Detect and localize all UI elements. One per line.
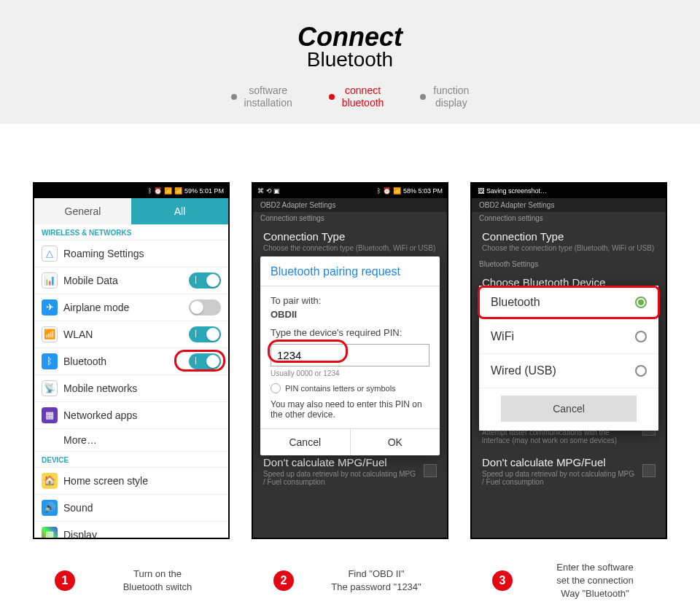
bluetooth-icon: ᛒ: [148, 187, 152, 195]
connection-settings-label: Connection settings: [253, 212, 447, 224]
row-mobile-data[interactable]: 📊 Mobile Data: [34, 267, 228, 294]
image-icon: 🖼: [478, 187, 484, 195]
radio-icon: [635, 331, 647, 342]
bluetooth-icon: ᛒ: [377, 187, 381, 195]
bluetooth-settings-label: Bluetooth Settings: [472, 258, 666, 270]
nav-connect-bluetooth[interactable]: connectbluetooth: [329, 85, 384, 109]
page-title-sub: Bluetooth: [0, 48, 700, 71]
mpg-card[interactable]: Don't calculate MPG/Fuel Speed up data r…: [253, 450, 447, 492]
row-sound[interactable]: 🔊 Sound: [34, 495, 228, 522]
row-display[interactable]: ▦ Display: [34, 522, 228, 539]
type-pin-label: Type the device's required PIN:: [271, 327, 429, 338]
pin-input[interactable]: [271, 344, 429, 366]
wifi-icon: 📶: [42, 326, 58, 342]
roaming-icon: △: [42, 246, 58, 262]
pair-device-name: OBDII: [271, 309, 429, 320]
status-bar: ⌘ ⟲ ▣ ᛒ ⏰ 📶 58% 5:03 PM: [253, 184, 447, 198]
pin-note: You may also need to enter this PIN on t…: [271, 399, 429, 420]
connection-type-card[interactable]: Connection Type Choose the connection ty…: [253, 224, 447, 258]
mpg-card[interactable]: Don't calculate MPG/Fuel Speed up data r…: [472, 450, 666, 492]
tab-all[interactable]: All: [131, 198, 228, 224]
screen-title: OBD2 Adapter Settings: [472, 198, 666, 212]
section-device: DEVICE: [34, 452, 228, 468]
dot-icon: [329, 94, 335, 100]
caption-2: 2 Find "OBD II"The password "1234": [252, 561, 448, 601]
antenna-icon: 📡: [42, 380, 58, 396]
wifi-icon: 📶: [164, 187, 172, 195]
ok-button[interactable]: OK: [351, 429, 440, 455]
dot-icon: [420, 94, 426, 100]
chart-icon: 📊: [42, 272, 58, 289]
checkbox[interactable]: [424, 464, 437, 477]
pin-hint: Usually 0000 or 1234: [271, 369, 429, 377]
row-mobile-networks[interactable]: 📡 Mobile networks: [34, 375, 228, 402]
option-bluetooth[interactable]: Bluetooth: [479, 286, 658, 320]
step-badge-2: 2: [273, 570, 294, 591]
row-bluetooth[interactable]: ᛒ Bluetooth: [34, 348, 228, 375]
alarm-icon: ⏰: [383, 187, 391, 195]
checkbox[interactable]: [642, 464, 656, 477]
display-icon: ▦: [42, 527, 58, 539]
dialog-title: Bluetooth pairing request: [260, 256, 440, 286]
row-home-screen[interactable]: 🏠 Home screen style: [34, 468, 228, 495]
nav-function-display[interactable]: functiondisplay: [420, 85, 469, 109]
captions-row: 1 Turn on theBluetooth switch 2 Find "OB…: [0, 554, 700, 612]
pin-letters-checkbox-row[interactable]: PIN contains letters or symbols: [271, 383, 429, 393]
connection-type-card[interactable]: Connection Type Choose the connection ty…: [472, 224, 666, 258]
home-icon: 🏠: [42, 473, 58, 489]
signal-icon: 📶: [174, 187, 182, 195]
cancel-button[interactable]: Cancel: [501, 396, 637, 422]
status-bar: ᛒ ⏰ 📶 📶 59% 5:01 PM: [34, 184, 228, 198]
bluetooth-icon: ᛒ: [42, 353, 58, 369]
screen-title: OBD2 Adapter Settings: [253, 198, 447, 212]
bluetooth-pairing-dialog: Bluetooth pairing request To pair with: …: [260, 256, 440, 455]
toggle-mobile-data[interactable]: [189, 272, 221, 289]
wifi-icon: 📶: [393, 187, 401, 195]
battery-text: 59% 5:01 PM: [184, 187, 224, 195]
saving-text: Saving screenshot…: [486, 187, 547, 195]
header-band: Connect Bluetooth softwareinstallation c…: [0, 0, 700, 124]
toggle-bluetooth[interactable]: [189, 353, 221, 369]
checkbox-icon: [271, 383, 281, 393]
dot-icon: [231, 94, 237, 100]
phone-screenshot-1: ᛒ ⏰ 📶 📶 59% 5:01 PM General All WIRELESS…: [33, 182, 230, 539]
connection-settings-label: Connection settings: [472, 212, 666, 224]
radio-selected-icon: [635, 297, 647, 308]
battery-text: 58% 5:03 PM: [403, 187, 443, 195]
row-roaming[interactable]: △ Roaming Settings: [34, 240, 228, 267]
section-wireless: WIRELESS & NETWORKS: [34, 224, 228, 240]
caption-3: 3 Enter the softwareset the connectionWa…: [470, 561, 667, 601]
row-networked-apps[interactable]: ▦ Networked apps: [34, 402, 228, 429]
radio-icon: [635, 365, 647, 377]
pair-with-label: To pair with:: [271, 295, 429, 306]
tab-bar: General All: [34, 198, 228, 224]
connection-type-dialog: Bluetooth WiFi Wired (USB) Cancel: [479, 286, 658, 431]
apps-icon: ▦: [42, 407, 58, 423]
airplane-icon: ✈: [42, 299, 58, 315]
nav-software-installation[interactable]: softwareinstallation: [231, 85, 292, 109]
phone-screenshot-3: 🖼 Saving screenshot… OBD2 Adapter Settin…: [470, 182, 667, 539]
tab-general[interactable]: General: [34, 198, 131, 224]
step-badge-1: 1: [55, 570, 75, 591]
link-icon: ⌘ ⟲ ▣: [257, 187, 280, 195]
row-more[interactable]: More…: [34, 429, 228, 452]
cancel-button[interactable]: Cancel: [260, 429, 351, 455]
toggle-wlan[interactable]: [189, 326, 221, 342]
phones-row: ᛒ ⏰ 📶 📶 59% 5:01 PM General All WIRELESS…: [0, 124, 700, 554]
toggle-airplane[interactable]: [189, 299, 221, 315]
option-wifi[interactable]: WiFi: [479, 320, 658, 354]
row-airplane[interactable]: ✈ Airplane mode: [34, 294, 228, 321]
caption-1: 1 Turn on theBluetooth switch: [33, 561, 230, 601]
row-wlan[interactable]: 📶 WLAN: [34, 321, 228, 348]
option-wired[interactable]: Wired (USB): [479, 354, 658, 388]
step-badge-3: 3: [492, 570, 513, 591]
status-bar: 🖼 Saving screenshot…: [472, 184, 666, 198]
sound-icon: 🔊: [42, 500, 58, 516]
alarm-icon: ⏰: [154, 187, 162, 195]
phone-screenshot-2: ⌘ ⟲ ▣ ᛒ ⏰ 📶 58% 5:03 PM OBD2 Adapter Set…: [252, 182, 448, 539]
nav-steps: softwareinstallation connectbluetooth fu…: [0, 85, 700, 109]
